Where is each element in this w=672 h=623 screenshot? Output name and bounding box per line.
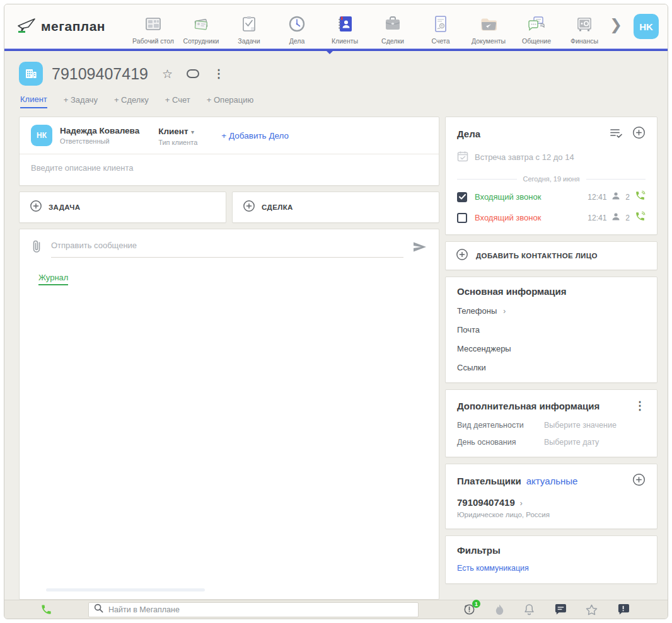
footer-status-icons: 1	[419, 603, 668, 615]
create-deal-button[interactable]: СДЕЛКА	[232, 191, 439, 223]
nav-item-desktop[interactable]: Рабочий стол	[129, 14, 177, 45]
briefcase-icon	[383, 14, 403, 34]
chevron-right-icon: ›	[520, 499, 523, 508]
attach-paperclip-icon[interactable]	[31, 239, 42, 256]
right-sidebar: Дела	[445, 117, 658, 600]
add-contact-button[interactable]: ДОБАВИТЬ КОНТАКТНОЕ ЛИЦО	[445, 241, 658, 270]
add-case-plus-icon[interactable]	[632, 126, 646, 142]
tab-client[interactable]: Клиент	[20, 94, 47, 108]
active-nav-caret	[327, 51, 333, 54]
logo-text: мегаплан	[41, 19, 105, 34]
global-search[interactable]	[88, 602, 419, 617]
participants-icon	[611, 212, 620, 224]
nav-item-cases[interactable]: Дела	[273, 14, 321, 45]
search-input[interactable]	[108, 605, 413, 614]
field-foundation-day: День основания Выберите дату	[457, 438, 646, 447]
message-composer	[20, 229, 439, 258]
tab-add-operation[interactable]: + Операцию	[207, 95, 254, 108]
phone-call-icon[interactable]	[4, 603, 88, 615]
communication-filter-link[interactable]: Есть коммуникация	[457, 564, 529, 573]
responsible-role-label: Ответственный	[60, 137, 139, 145]
field-value-datepicker[interactable]: Выберите дату	[544, 438, 599, 447]
favorites-star-icon[interactable]	[586, 604, 598, 615]
message-input[interactable]	[51, 241, 403, 250]
case-list-check-icon[interactable]	[610, 128, 622, 140]
add-payer-plus-icon[interactable]	[632, 473, 646, 489]
calendar-icon	[457, 151, 468, 164]
desktop-icon	[143, 14, 163, 34]
payers-filter-link[interactable]: актуальные	[526, 476, 578, 486]
more-actions-icon[interactable]: ⋮	[213, 67, 224, 81]
main-content: 79109407419 ☆ ⋮ Клиент + Задачу + Сделку…	[4, 51, 668, 600]
call-phone-icon[interactable]	[635, 211, 646, 224]
nav-label: Общение	[522, 37, 551, 45]
nav-label: Счета	[432, 37, 450, 45]
schedule-meeting-placeholder[interactable]: Встреча завтра с 12 до 14	[457, 151, 646, 164]
tab-add-invoice[interactable]: + Счет	[165, 95, 190, 108]
nav-item-clients[interactable]: Клиенты	[321, 14, 369, 45]
tab-add-task[interactable]: + Задачу	[64, 95, 98, 108]
tab-add-deal[interactable]: + Сделку	[114, 95, 149, 108]
clients-icon-active	[335, 14, 355, 34]
plus-circle-icon	[456, 248, 468, 263]
meeting-placeholder-text: Встреча завтра с 12 до 14	[475, 152, 574, 162]
nav-item-documents[interactable]: Документы	[465, 14, 513, 45]
date-divider: Сегодня, 19 июня	[457, 175, 646, 183]
payer-name[interactable]: 79109407419›	[457, 497, 646, 508]
nav-label: Клиенты	[332, 37, 358, 45]
flame-icon[interactable]	[495, 604, 504, 615]
journal-filter-tab[interactable]: Журнал	[38, 273, 68, 285]
case-checkbox-unchecked[interactable]	[457, 213, 467, 223]
favorite-star-icon[interactable]: ☆	[162, 67, 173, 81]
send-message-icon[interactable]	[412, 241, 427, 256]
case-title[interactable]: Входящий звонок	[475, 192, 541, 202]
messages-icon[interactable]	[554, 604, 566, 615]
folder-icon	[478, 14, 499, 34]
filters-panel: Фильтры Есть коммуникация	[445, 535, 658, 584]
payers-panel: Плательщики актуальные 79109407419› Юрид…	[445, 464, 658, 529]
app-frame: мегаплан Рабочий стол Сотрудники	[4, 4, 668, 619]
employees-icon	[191, 14, 211, 34]
responsible-name[interactable]: Надежда Ковалева	[60, 126, 139, 135]
entity-tabs: Клиент + Задачу + Сделку + Счет + Операц…	[20, 94, 658, 109]
nav-item-tasks[interactable]: Задачи	[225, 14, 273, 45]
nav-item-deals[interactable]: Сделки	[369, 14, 417, 45]
add-case-link[interactable]: + Добавить Дело	[221, 131, 289, 140]
search-icon	[94, 603, 103, 615]
chat-bubbles-icon	[526, 14, 547, 34]
case-checkbox-checked[interactable]	[457, 192, 467, 202]
nav-item-invoices[interactable]: Счета	[417, 14, 465, 45]
tag-icon[interactable]	[187, 69, 199, 78]
nav-item-communication[interactable]: Общение	[513, 14, 560, 45]
field-value-select[interactable]: Выберите значение	[544, 421, 617, 430]
overdue-alarm-icon[interactable]: 1	[463, 603, 475, 615]
date-divider-label: Сегодня, 19 июня	[523, 175, 580, 183]
invoice-icon	[431, 14, 451, 34]
info-item-messengers[interactable]: Мессенджеры	[457, 344, 646, 353]
megaplan-logo[interactable]: мегаплан	[16, 16, 129, 37]
nav-item-finance[interactable]: Финансы	[560, 14, 608, 45]
user-avatar[interactable]: HK	[634, 14, 659, 39]
quick-create-row: ЗАДАЧА СДЕЛКА	[19, 191, 439, 223]
nav-item-employees[interactable]: Сотрудники	[177, 14, 225, 45]
case-row-done: Входящий звонок 12:41 2	[457, 190, 646, 203]
responsible-avatar[interactable]: НК	[31, 125, 52, 146]
client-description-input[interactable]: Введите описание клиента	[20, 154, 439, 185]
info-item-email[interactable]: Почта	[457, 325, 646, 334]
nav-more-chevron-icon[interactable]: ❯	[610, 16, 622, 33]
paper-plane-logo-icon	[16, 16, 37, 37]
info-item-phones[interactable]: Телефоны›	[457, 306, 646, 316]
alerts-icon[interactable]	[617, 604, 629, 615]
create-task-button[interactable]: ЗАДАЧА	[19, 191, 226, 223]
info-item-links[interactable]: Ссылки	[457, 363, 646, 372]
case-time: 12:41	[588, 214, 606, 222]
app-window: мегаплан Рабочий стол Сотрудники	[0, 0, 672, 623]
client-type-value[interactable]: Клиент	[158, 127, 188, 136]
bell-icon[interactable]	[524, 603, 535, 615]
notification-badge: 1	[472, 600, 480, 608]
call-phone-icon[interactable]	[635, 190, 646, 203]
case-title[interactable]: Входящий звонок	[475, 213, 541, 222]
extra-info-menu-icon[interactable]: ⋮	[634, 399, 646, 413]
clock-icon	[287, 14, 307, 34]
main-info-panel: Основная информация Телефоны› Почта Месс…	[445, 277, 658, 383]
